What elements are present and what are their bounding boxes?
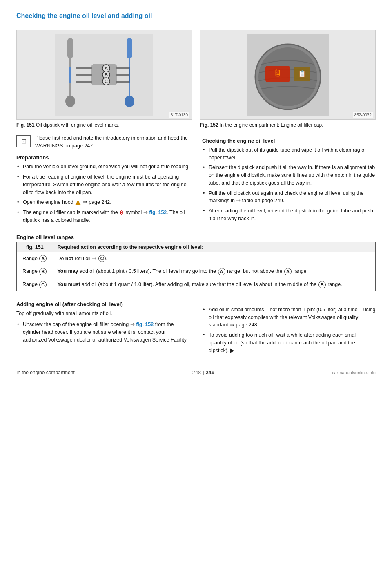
left-figure-caption: Fig. 151 Oil dipstick with engine oil le… bbox=[16, 122, 192, 129]
main-content: ⊡ Please first read and note the introdu… bbox=[16, 134, 376, 228]
range-a-action: Do not refill oil ⇒ ①. bbox=[53, 252, 376, 265]
svg-rect-1 bbox=[67, 38, 73, 58]
check-item-2: Reinsert the dipstick and push it all th… bbox=[202, 164, 376, 187]
range-b-label: Range B bbox=[17, 265, 53, 278]
footer-pages: 248 | 249 bbox=[192, 369, 214, 375]
figure-left-block: A B C 81T-0130 Fig. 151 Oil dipstick wit… bbox=[16, 30, 192, 129]
figure-left-image: A B C 81T-0130 bbox=[16, 30, 192, 120]
add-item-3: To avoid adding too much oil, wait a whi… bbox=[202, 331, 376, 354]
left-column: ⊡ Please first read and note the introdu… bbox=[16, 134, 190, 228]
right-figure-code: 852-0032 bbox=[353, 112, 373, 118]
svg-rect-18 bbox=[129, 67, 130, 83]
svg-point-6 bbox=[125, 96, 134, 107]
svg-text:🛢: 🛢 bbox=[273, 68, 282, 78]
bottom-content: Adding engine oil (after checking oil le… bbox=[16, 298, 376, 358]
preparations-list: Park the vehicle on level ground, otherw… bbox=[16, 163, 190, 224]
right-column: Checking the engine oil level Pull the d… bbox=[202, 134, 376, 228]
table-row: Range B You may add oil (about 1 pint / … bbox=[17, 265, 376, 278]
prep-item-1: Park the vehicle on level ground, otherw… bbox=[16, 163, 190, 171]
preparations-heading: Preparations bbox=[16, 154, 190, 161]
range-c-label: Range C bbox=[17, 278, 53, 291]
bottom-right: Add oil in small amounts – not more than… bbox=[202, 298, 376, 358]
warning-icon: ⊡ bbox=[16, 135, 31, 147]
adding-list-right: Add oil in small amounts – not more than… bbox=[202, 306, 376, 355]
prep-item-2: For a true reading of engine oil level, … bbox=[16, 173, 190, 196]
adding-intro: Top off gradually with small amounts of … bbox=[16, 310, 190, 317]
right-figure-caption: Fig. 152 In the engine compartment: Engi… bbox=[200, 122, 376, 129]
add-item-2: Add oil in small amounts – not more than… bbox=[202, 306, 376, 329]
table-row: Range A Do not refill oil ⇒ ①. bbox=[17, 252, 376, 265]
table-row: Range C You must add oil (about 1 quart … bbox=[17, 278, 376, 291]
svg-text:📋: 📋 bbox=[298, 70, 306, 78]
check-item-1: Pull the dipstick out of its guide tube … bbox=[202, 146, 376, 162]
figure-right-block: 🛢 📋 852-0032 Fig. 152 In the engine comp… bbox=[200, 30, 376, 129]
left-figure-code: 81T-0130 bbox=[169, 112, 189, 118]
footer-brand: carmanualsonline.info bbox=[332, 370, 376, 375]
prep-item-3: Open the engine hood ⇒ page 242. bbox=[16, 199, 190, 206]
range-a-label: Range A bbox=[17, 252, 53, 265]
add-item-1: Unscrew the cap of the engine oil filler… bbox=[16, 321, 190, 344]
bottom-left: Adding engine oil (after checking oil le… bbox=[16, 298, 190, 358]
page-title: Checking the engine oil level and adding… bbox=[16, 12, 376, 22]
page-current: 249 bbox=[206, 369, 215, 375]
table-header-fig: fig. 151 bbox=[17, 242, 53, 252]
svg-rect-4 bbox=[127, 38, 132, 58]
table-header-action: Required action according to the respect… bbox=[53, 242, 376, 252]
page-footer: In the engine compartment 248 | 249 carm… bbox=[16, 366, 376, 375]
checking-list: Pull the dipstick out of its guide tube … bbox=[202, 146, 376, 223]
svg-rect-17 bbox=[69, 67, 71, 83]
svg-text:A: A bbox=[105, 66, 108, 71]
figures-row: A B C 81T-0130 Fig. 151 Oil dipstick wit… bbox=[16, 30, 376, 129]
page-prev: 248 bbox=[192, 369, 201, 375]
figure-right-image: 🛢 📋 852-0032 bbox=[200, 30, 376, 120]
prep-item-4: The engine oil filler cap is marked with… bbox=[16, 209, 190, 224]
warning-text: Please first read and note the introduct… bbox=[35, 134, 190, 150]
check-item-4: After reading the oil level, reinsert th… bbox=[202, 207, 376, 223]
svg-text:C: C bbox=[105, 79, 108, 84]
checking-heading: Checking the engine oil level bbox=[202, 138, 376, 144]
footer-section-title: In the engine compartment bbox=[16, 370, 75, 375]
range-c-action: You must add oil (about 1 quart / 1.0 li… bbox=[53, 278, 376, 291]
warning-box: ⊡ Please first read and note the introdu… bbox=[16, 134, 190, 150]
check-item-3: Pull the oil dipstick out again and chec… bbox=[202, 190, 376, 205]
ranges-section: Engine oil level ranges fig. 151 Require… bbox=[16, 234, 376, 291]
ranges-heading: Engine oil level ranges bbox=[16, 234, 376, 240]
svg-point-3 bbox=[65, 96, 75, 107]
range-b-action: You may add oil (about 1 pint / 0.5 lite… bbox=[53, 265, 376, 278]
adding-list: Unscrew the cap of the engine oil filler… bbox=[16, 321, 190, 344]
oilcap-illustration: 🛢 📋 bbox=[247, 34, 329, 116]
ranges-table: fig. 151 Required action according to th… bbox=[16, 242, 376, 291]
svg-text:B: B bbox=[105, 72, 108, 77]
dipstick-illustration: A B C bbox=[55, 34, 153, 116]
adding-heading: Adding engine oil (after checking oil le… bbox=[16, 301, 190, 307]
